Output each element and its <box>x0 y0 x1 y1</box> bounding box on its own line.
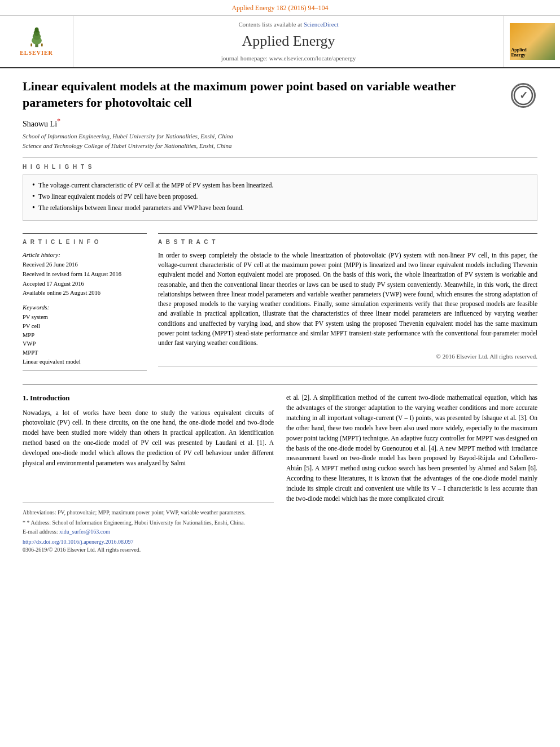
keywords-section: Keywords: PV system PV cell MPP VWP MPPT… <box>23 303 147 366</box>
divider-1 <box>23 157 537 158</box>
article-info-column: A R T I C L E I N F O Article history: R… <box>23 228 147 377</box>
svg-point-4 <box>34 28 38 33</box>
doi-link[interactable]: http://dx.doi.org/10.1016/j.apenergy.201… <box>23 539 133 545</box>
keyword-3: MPP <box>23 331 147 340</box>
bullet-1: • <box>32 181 35 190</box>
sciencedirect-line: Contents lists available at ScienceDirec… <box>238 20 338 29</box>
issn-line: 0306-2619/© 2016 Elsevier Ltd. All right… <box>23 546 274 554</box>
journal-title: Applied Energy <box>242 31 335 51</box>
abstract-divider-bottom <box>158 366 537 366</box>
body-columns: 1. Introduction Nowadays, a lot of works… <box>23 393 537 553</box>
journal-header: ELSEVIER Contents lists available at Sci… <box>0 16 560 68</box>
introduction-section: 1. Introduction Nowadays, a lot of works… <box>23 385 537 553</box>
highlight-item-1: • The voltage-current characteristic of … <box>32 181 528 190</box>
journal-logo-area: AppliedEnergy <box>504 16 560 67</box>
elsevier-logo-area: ELSEVIER <box>0 16 73 67</box>
abbreviations-note: Abbreviations: PV, photovoltaic; MPP, ma… <box>23 509 274 517</box>
affiliation-1: School of Information Engineering, Hubei… <box>23 132 537 141</box>
intro-paragraph-1: Nowadays, a lot of works have been done … <box>23 408 274 469</box>
star-symbol: * <box>23 519 27 526</box>
journal-citation: Applied Energy 182 (2016) 94–104 <box>231 4 328 12</box>
email-label: E-mail address: <box>23 528 58 535</box>
body-right-col: et al. [2]. A simplification method of t… <box>286 393 537 553</box>
available-online-date: Available online 25 August 2016 <box>23 289 147 298</box>
highlight-item-3: • The relationships between linear model… <box>32 203 528 213</box>
highlights-box: • The voltage-current characteristic of … <box>23 174 537 220</box>
abstract-column: A B S T R A C T In order to sweep comple… <box>158 228 537 377</box>
keyword-1: PV system <box>23 313 147 322</box>
keyword-2: PV cell <box>23 322 147 331</box>
footnotes-area: Abbreviations: PV, photovoltaic; MPP, ma… <box>23 503 274 554</box>
svg-rect-5 <box>30 43 32 46</box>
email-note: E-mail address: xidu_surfer@163.com <box>23 528 274 536</box>
highlight-text-2: Two linear equivalent models of PV cell … <box>38 192 198 201</box>
history-label: Article history: <box>23 251 147 259</box>
body-left-col: 1. Introduction Nowadays, a lot of works… <box>23 393 274 553</box>
crossmark-icon: ✓ <box>511 83 536 108</box>
authors-line: Shaowu Li* <box>23 116 537 129</box>
email-link[interactable]: xidu_surfer@163.com <box>59 528 110 535</box>
doi-line: http://dx.doi.org/10.1016/j.apenergy.201… <box>23 538 274 546</box>
elsevier-tree-icon <box>20 25 54 48</box>
bullet-2: • <box>32 192 35 202</box>
received-revised-date: Received in revised form 14 August 2016 <box>23 270 147 279</box>
highlights-label: H I G H L I G H T S <box>23 163 537 171</box>
applied-energy-logo: AppliedEnergy <box>510 23 555 60</box>
elsevier-wordmark: ELSEVIER <box>20 49 53 57</box>
svg-rect-6 <box>41 43 43 46</box>
received-date: Received 26 June 2016 <box>23 261 147 269</box>
keyword-5: MPPT <box>23 349 147 357</box>
journal-citation-bar: Applied Energy 182 (2016) 94–104 <box>0 0 560 16</box>
highlight-text-3: The relationships between linear model p… <box>38 203 244 212</box>
abstract-label: A B S T R A C T <box>158 238 537 246</box>
affiliation-2: Science and Technology College of Hubei … <box>23 141 537 151</box>
address-note: * * Address: School of Information Engin… <box>23 519 274 527</box>
footnotes-divider <box>23 503 274 503</box>
keywords-label: Keywords: <box>23 303 147 312</box>
intro-paragraph-2: et al. [2]. A simplification method of t… <box>286 393 537 504</box>
main-content: Linear equivalent models at the maximum … <box>0 68 560 564</box>
author-name: Shaowu Li <box>23 120 57 128</box>
abstract-text: In order to sweep completely the obstacl… <box>158 251 537 348</box>
article-info-label: A R T I C L E I N F O <box>23 238 147 246</box>
address-text: * Address: School of Information Enginee… <box>27 519 245 526</box>
intro-number: 1. <box>23 394 28 402</box>
keyword-4: VWP <box>23 340 147 348</box>
intro-title: Introduction <box>30 394 70 402</box>
journal-name-area: Contents lists available at ScienceDirec… <box>73 16 504 67</box>
article-title: Linear equivalent models at the maximum … <box>23 78 509 111</box>
info-divider-top <box>23 233 147 234</box>
highlight-text-1: The voltage-current characteristic of PV… <box>38 181 274 190</box>
keyword-6: Linear equivalent model <box>23 358 147 366</box>
copyright-line: © 2016 Elsevier Ltd. All rights reserved… <box>158 352 537 361</box>
intro-heading: 1. Introduction <box>23 393 274 403</box>
crossmark-area: ✓ <box>509 81 537 110</box>
sciencedirect-link[interactable]: ScienceDirect <box>304 21 339 28</box>
journal-homepage: journal homepage: www.elsevier.com/locat… <box>221 54 356 63</box>
bullet-3: • <box>32 203 35 213</box>
abstract-divider-top <box>158 233 537 234</box>
article-info-abstract-section: A R T I C L E I N F O Article history: R… <box>23 228 537 377</box>
applied-energy-logo-text: AppliedEnergy <box>511 48 527 58</box>
title-section: Linear equivalent models at the maximum … <box>23 78 537 111</box>
svg-text:✓: ✓ <box>519 90 528 101</box>
elsevier-logo: ELSEVIER <box>20 25 54 57</box>
author-star: * <box>57 117 60 125</box>
accepted-date: Accepted 17 August 2016 <box>23 280 147 289</box>
highlight-item-2: • Two linear equivalent models of PV cel… <box>32 192 528 202</box>
article-history: Article history: Received 26 June 2016 R… <box>23 251 147 298</box>
info-divider-bottom <box>23 370 147 371</box>
affiliations: School of Information Engineering, Hubei… <box>23 132 537 150</box>
